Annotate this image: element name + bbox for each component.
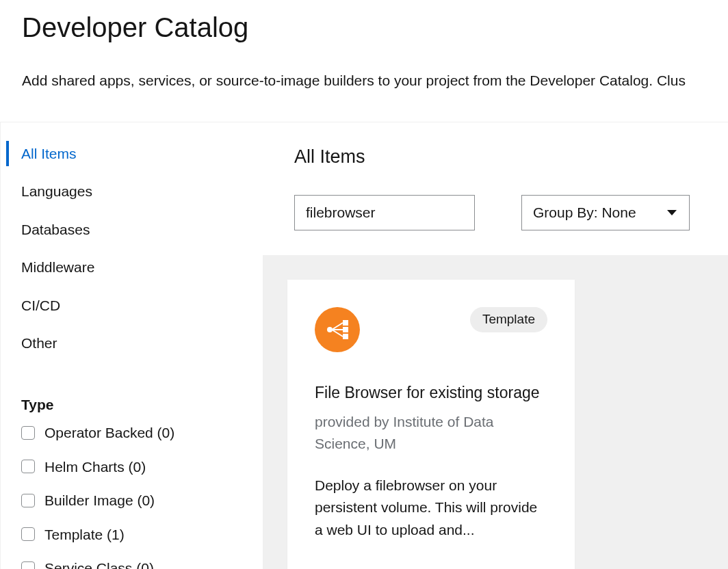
sidebar-item-all-items[interactable]: All Items [1,143,263,165]
groupby-label: Group By: None [533,202,636,224]
sidebar-item-other[interactable]: Other [1,332,263,354]
results-heading: All Items [294,143,728,171]
template-icon [315,307,360,352]
svg-line-4 [332,323,343,330]
type-filter-label: Service Class (0) [44,557,154,569]
search-input[interactable] [294,195,475,230]
card-badge: Template [470,307,547,332]
type-filter-template[interactable]: Template (1) [21,524,263,546]
checkbox-icon [21,527,35,541]
catalog-card[interactable]: Template File Browser for existing stora… [287,280,575,569]
type-heading: Type [21,394,263,416]
type-filter-label: Builder Image (0) [44,490,155,512]
main-panel: All Items Group By: None [263,122,728,570]
chevron-down-icon [667,210,677,215]
svg-line-6 [332,330,343,336]
svg-rect-1 [343,320,348,326]
sidebar-item-middleware[interactable]: Middleware [1,256,263,278]
page-description: Add shared apps, services, or source-to-… [22,70,728,92]
type-filter-label: Helm Charts (0) [44,456,146,478]
type-filter-builder-image[interactable]: Builder Image (0) [21,490,263,512]
type-filter-service-class[interactable]: Service Class (0) [21,557,263,569]
svg-rect-2 [343,327,348,332]
type-filter-helm-charts[interactable]: Helm Charts (0) [21,456,263,478]
checkbox-icon [21,426,35,440]
page-title: Developer Catalog [22,7,728,48]
card-description: Deploy a filebrowser on your persistent … [315,475,547,542]
sidebar-item-cicd[interactable]: CI/CD [1,295,263,317]
sidebar: All Items Languages Databases Middleware… [0,122,263,570]
sidebar-item-languages[interactable]: Languages [1,181,263,202]
checkbox-icon [21,494,35,507]
checkbox-icon [21,561,35,569]
card-provider: provided by Institute of Data Science, U… [315,411,547,455]
type-filter-label: Operator Backed (0) [44,422,174,444]
results-area: Template File Browser for existing stora… [263,255,728,569]
svg-rect-3 [343,334,348,339]
card-title: File Browser for existing storage [315,381,547,406]
svg-point-0 [327,327,333,332]
sidebar-item-databases[interactable]: Databases [1,219,263,241]
checkbox-icon [21,460,35,473]
type-filter-label: Template (1) [44,524,125,546]
groupby-select[interactable]: Group By: None [521,195,690,230]
type-filter-operator-backed[interactable]: Operator Backed (0) [21,422,263,444]
